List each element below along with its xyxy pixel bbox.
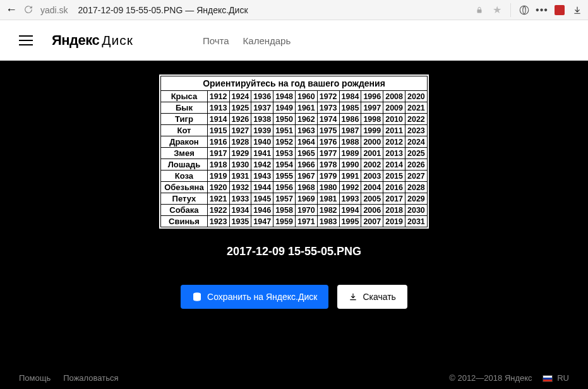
svg-point-1 [520,6,529,15]
footer-copyright: © 2012—2018 Яндекс [449,373,532,383]
year-cell: 2023 [405,125,428,136]
year-cell: 1947 [251,216,273,227]
browser-menu-icon[interactable]: ••• [536,4,548,16]
year-cell: 1935 [229,216,251,227]
logo-text-product: Диск [102,33,133,48]
image-preview[interactable]: Ориентируйтесь на год вашего рождения Кр… [159,75,429,229]
year-cell: 1925 [229,102,251,114]
browser-back-button[interactable]: ← [5,4,18,16]
animal-cell: Обезьяна [161,182,208,193]
animal-cell: Петух [161,193,208,205]
animal-cell: Тигр [161,114,208,125]
download-button[interactable]: Скачать [337,285,407,309]
downloads-icon[interactable] [572,4,583,16]
year-cell: 1918 [207,159,229,171]
year-cell: 2024 [405,136,428,148]
browser-reload-button[interactable] [24,5,34,15]
year-cell: 2031 [405,216,428,227]
yandex-disk-logo[interactable]: Яндекс Диск [52,32,133,49]
year-cell: 1912 [207,91,229,102]
year-cell: 1926 [229,114,251,125]
year-cell: 1944 [251,182,273,193]
year-cell: 1955 [273,171,296,182]
year-cell: 1964 [295,136,317,148]
year-cell: 1950 [273,114,296,125]
year-cell: 1997 [361,102,383,114]
file-viewer: Ориентируйтесь на год вашего рождения Кр… [0,61,588,389]
table-row: Лошадь1918193019421954196619781990200220… [161,159,428,171]
year-cell: 1962 [295,114,317,125]
year-cell: 2011 [383,125,405,136]
year-cell: 1913 [207,102,229,114]
menu-burger-icon[interactable] [19,35,33,45]
nav-calendar-link[interactable]: Календарь [243,35,291,46]
save-to-disk-button[interactable]: Сохранить на Яндекс.Диск [181,285,328,309]
year-cell: 1969 [295,193,317,205]
svg-rect-0 [477,9,482,13]
year-cell: 1957 [273,193,296,205]
year-cell: 2026 [405,159,428,171]
animal-cell: Лошадь [161,159,208,171]
download-icon [349,292,357,301]
footer-report-link[interactable]: Пожаловаться [63,373,118,383]
url-domain[interactable]: yadi.sk [40,5,68,15]
language-selector[interactable]: RU [543,373,569,383]
year-cell: 1914 [207,114,229,125]
year-cell: 1953 [273,148,296,159]
year-cell: 1917 [207,148,229,159]
footer-help-link[interactable]: Помощь [19,373,51,383]
year-cell: 2028 [405,182,428,193]
year-cell: 2004 [361,182,383,193]
url-title: 2017-12-09 15-55-05.PNG — Яндекс.Диск [78,5,248,15]
year-cell: 1972 [317,91,339,102]
year-cell: 2006 [361,205,383,216]
bookmark-star-icon[interactable]: ★ [491,4,503,16]
nav-mail-link[interactable]: Почта [203,35,229,46]
year-cell: 1974 [317,114,339,125]
table-row: Крыса19121924193619481960197219841996200… [161,91,428,102]
lock-icon[interactable] [474,4,485,16]
year-cell: 1934 [229,205,251,216]
year-cell: 1999 [361,125,383,136]
year-cell: 2008 [383,91,405,102]
header-nav: Почта Календарь [203,35,291,46]
year-cell: 2016 [383,182,405,193]
save-button-label: Сохранить на Яндекс.Диск [207,292,317,302]
year-cell: 1961 [295,102,317,114]
year-cell: 2012 [383,136,405,148]
year-cell: 1995 [339,216,361,227]
table-row: Обезьяна19201932194419561968198019922004… [161,182,428,193]
year-cell: 1976 [317,136,339,148]
year-cell: 1922 [207,205,229,216]
extension-icon-2[interactable] [554,4,565,16]
year-cell: 1987 [339,125,361,136]
year-cell: 2020 [405,91,428,102]
year-cell: 1993 [339,193,361,205]
year-cell: 1983 [317,216,339,227]
table-row: Собака1922193419461958197019821994200620… [161,205,428,216]
year-cell: 1932 [229,182,251,193]
year-cell: 1933 [229,193,251,205]
year-cell: 2022 [405,114,428,125]
table-row: Свинья1923193519471959197119831995200720… [161,216,428,227]
year-cell: 1923 [207,216,229,227]
year-cell: 1958 [273,205,296,216]
year-cell: 1927 [229,125,251,136]
year-cell: 1971 [295,216,317,227]
browser-address-bar: ← yadi.sk 2017-12-09 15-55-05.PNG — Янде… [0,0,588,20]
disk-icon [192,292,202,302]
year-cell: 2009 [383,102,405,114]
year-cell: 1952 [273,136,296,148]
year-cell: 1959 [273,216,296,227]
extension-icon-1[interactable] [519,4,530,16]
year-cell: 1945 [251,193,273,205]
table-row: Петух19211933194519571969198119932005201… [161,193,428,205]
year-cell: 2027 [405,171,428,182]
language-code: RU [557,373,569,383]
year-cell: 1970 [295,205,317,216]
year-cell: 2030 [405,205,428,216]
year-cell: 2001 [361,148,383,159]
year-cell: 1967 [295,171,317,182]
year-cell: 1916 [207,136,229,148]
year-cell: 1990 [339,159,361,171]
